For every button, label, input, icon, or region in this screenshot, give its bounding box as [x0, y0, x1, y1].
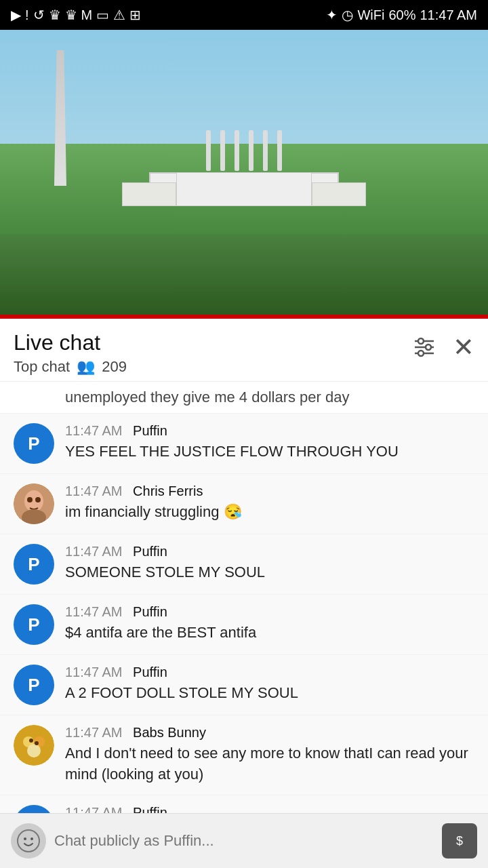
chat-header: Live chat Top chat 👥 209 ✕: [0, 319, 488, 382]
wh-column: [235, 130, 239, 171]
chat-messages: unemployed they give me 4 dollars per da…: [0, 382, 488, 868]
message-text: SOMEONE STOLE MY SOUL: [65, 562, 474, 583]
message-username: Puffin: [133, 665, 167, 679]
message-content: 11:47 AM Puffin A 2 FOOT DOLL STOLE MY S…: [65, 665, 474, 704]
youtube-icon: ▶: [11, 7, 21, 23]
alarm-icon: ◷: [342, 7, 353, 23]
message-content: 11:47 AM Babs Bunny And I don't need to …: [65, 725, 474, 785]
partial-message-text: unemployed they give me 4 dollars per da…: [65, 389, 349, 406]
avatar: P: [14, 604, 54, 645]
message-timestamp: 11:47 AM: [65, 423, 123, 438]
wh-column: [220, 130, 225, 171]
time: 11:47 AM: [420, 7, 477, 23]
message-meta: 11:47 AM Puffin: [65, 544, 474, 559]
image-icon: ⊞: [129, 7, 141, 23]
svg-point-15: [29, 738, 33, 743]
wh-right-wing: [312, 182, 366, 206]
emoji-button[interactable]: [11, 823, 46, 859]
avatar: P: [14, 544, 54, 585]
svg-point-17: [18, 830, 39, 852]
wh-column: [249, 130, 253, 171]
chat-message: P 11:47 AM Puffin A 2 FOOT DOLL STOLE MY…: [0, 655, 488, 715]
chris-avatar: [14, 484, 54, 524]
white-house-area: [122, 130, 366, 206]
chat-input-area: $: [0, 813, 488, 868]
people-icon: 👥: [77, 358, 95, 376]
folder-icon: ▭: [96, 7, 109, 23]
avatar: P: [14, 665, 54, 705]
crown-icon: ♛: [49, 7, 61, 23]
message-timestamp: 11:47 AM: [65, 665, 123, 679]
svg-point-19: [30, 837, 33, 840]
message-username: Puffin: [133, 544, 167, 559]
message-text: $4 antifa are the BEST antifa: [65, 623, 474, 644]
message-username: Chris Ferris: [133, 484, 203, 498]
crown2-icon: ♛: [65, 7, 77, 23]
chat-input[interactable]: [54, 823, 434, 859]
message-username: Babs Bunny: [133, 725, 206, 740]
foreground-trees: [0, 235, 488, 315]
avatar: P: [14, 423, 54, 464]
wh-column: [206, 130, 211, 171]
svg-point-18: [24, 837, 26, 840]
wh-column: [263, 130, 268, 171]
svg-point-8: [27, 497, 33, 502]
message-timestamp: 11:47 AM: [65, 604, 123, 619]
message-content: 11:47 AM Puffin SOMEONE STOLE MY SOUL: [65, 544, 474, 583]
svg-point-9: [35, 497, 41, 502]
partial-message: unemployed they give me 4 dollars per da…: [0, 382, 488, 414]
message-content: 11:47 AM Puffin YES FEEL THE JUSTICE FLO…: [65, 423, 474, 462]
message-meta: 11:47 AM Puffin: [65, 423, 474, 439]
wh-column: [277, 130, 282, 171]
battery-text: 60%: [388, 7, 415, 23]
mastodon-icon: M: [81, 7, 93, 23]
top-chat-label[interactable]: Top chat: [14, 358, 70, 376]
avatar: [14, 484, 54, 524]
svg-point-14: [27, 744, 41, 757]
sync-icon: ↺: [33, 7, 45, 23]
chat-message: P 11:47 AM Puffin SOMEONE STOLE MY SOUL: [0, 534, 488, 595]
status-bar-right: ✦ ◷ WiFi 60% 11:47 AM: [326, 7, 477, 23]
chat-message: P 11:47 AM Puffin YES FEEL THE JUSTICE F…: [0, 414, 488, 474]
svg-point-16: [35, 741, 39, 745]
send-button[interactable]: $: [442, 823, 477, 859]
message-meta: 11:47 AM Puffin: [65, 604, 474, 620]
status-bar: ▶ ! ↺ ♛ ♛ M ▭ ⚠ ⊞ ✦ ◷ WiFi 60% 11:47 AM: [0, 0, 488, 30]
message-timestamp: 11:47 AM: [65, 484, 123, 498]
svg-text:$: $: [456, 834, 463, 848]
message-meta: 11:47 AM Chris Ferris: [65, 484, 474, 499]
message-username: Puffin: [133, 423, 167, 438]
message-text: im financially struggling 😪: [65, 502, 474, 523]
message-timestamp: 11:47 AM: [65, 544, 123, 559]
chat-message: P 11:47 AM Puffin $4 antifa are the BEST…: [0, 595, 488, 655]
message-timestamp: 11:47 AM: [65, 725, 123, 740]
bluetooth-icon: ✦: [326, 7, 338, 23]
message-text: And I don't need to see any more to know…: [65, 743, 474, 785]
chat-header-left: Live chat Top chat 👥 209: [14, 330, 127, 376]
chat-message: 11:47 AM Babs Bunny And I don't need to …: [0, 715, 488, 795]
message-meta: 11:47 AM Puffin: [65, 665, 474, 680]
chat-subtitle: Top chat 👥 209: [14, 358, 127, 376]
notification-icon: !: [25, 7, 29, 23]
chat-header-right: ✕: [412, 330, 474, 362]
svg-point-5: [418, 351, 424, 356]
wh-wings: [122, 172, 366, 206]
message-meta: 11:47 AM Babs Bunny: [65, 725, 474, 741]
avatar: [14, 725, 54, 766]
viewer-count: 209: [102, 358, 127, 376]
svg-point-3: [418, 338, 424, 344]
filter-button[interactable]: [412, 335, 436, 359]
chat-title: Live chat: [14, 330, 127, 355]
video-player[interactable]: [0, 30, 488, 315]
message-username: Puffin: [133, 604, 167, 619]
message-text: YES FEEL THE JUSTICE FLOW THROUGH YOU: [65, 441, 474, 462]
warning-icon: ⚠: [113, 7, 125, 23]
chat-message: 11:47 AM Chris Ferris im financially str…: [0, 474, 488, 534]
svg-point-4: [426, 344, 431, 350]
message-content: 11:47 AM Chris Ferris im financially str…: [65, 484, 474, 523]
message-content: 11:47 AM Puffin $4 antifa are the BEST a…: [65, 604, 474, 644]
status-bar-icons: ▶ ! ↺ ♛ ♛ M ▭ ⚠ ⊞: [11, 7, 141, 23]
wifi-icon: WiFi: [357, 7, 384, 23]
wh-center: [176, 172, 312, 206]
close-button[interactable]: ✕: [453, 332, 474, 362]
